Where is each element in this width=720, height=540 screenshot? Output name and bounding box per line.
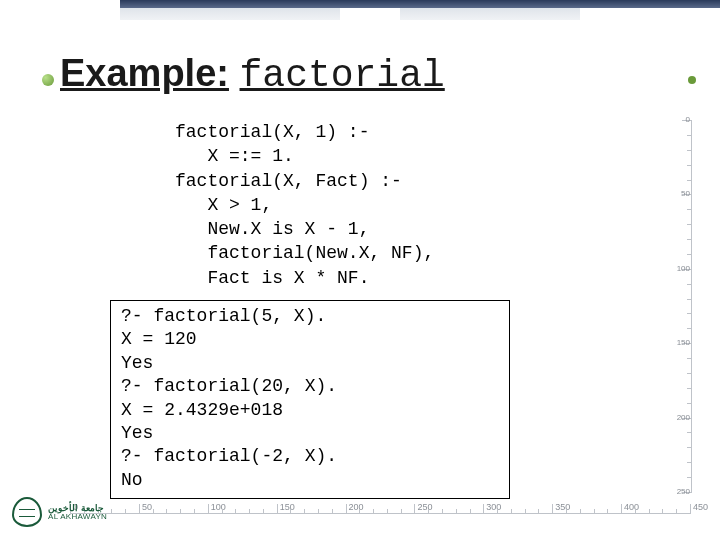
ruler-label: 250: [677, 488, 690, 495]
ruler-label: 150: [677, 340, 690, 347]
code-line: factorial(X, Fact) :-: [175, 171, 402, 191]
output-line: X = 120: [121, 329, 197, 349]
ruler-tick: [621, 504, 622, 514]
ruler-tick: [687, 135, 692, 136]
ruler-tick: [662, 509, 663, 514]
ruler-tick: [428, 509, 429, 514]
ruler-tick: [580, 509, 581, 514]
ruler-tick: [359, 509, 360, 514]
top-gradient-bar: [120, 0, 720, 8]
slide: Example: factorial factorial(X, 1) :- X …: [0, 0, 720, 540]
ruler-tick: [511, 509, 512, 514]
ruler-tick: [277, 504, 278, 514]
ruler-tick: [687, 432, 692, 433]
ruler-baseline: [691, 120, 692, 492]
ruler-tick: [552, 504, 553, 514]
code-line: New.X is X - 1,: [175, 219, 369, 239]
logo-english: AL AKHAWAYN: [48, 513, 107, 521]
ruler-tick: [594, 509, 595, 514]
ruler-label: 100: [211, 502, 226, 512]
slide-title: Example: factorial: [60, 52, 690, 103]
code-line: factorial(X, 1) :-: [175, 122, 369, 142]
ruler-tick: [525, 509, 526, 514]
ruler-tick: [208, 504, 209, 514]
ruler-label: 200: [349, 502, 364, 512]
ruler-tick: [346, 504, 347, 514]
ruler-label: 50: [681, 191, 690, 198]
ruler-tick: [687, 284, 692, 285]
ruler-tick: [414, 504, 415, 514]
ruler-label: 300: [486, 502, 501, 512]
ruler-tick: [687, 224, 692, 225]
output-line: X = 2.4329e+018: [121, 400, 283, 420]
ruler-tick: [687, 358, 692, 359]
ruler-tick: [687, 299, 692, 300]
ruler-tick: [180, 509, 181, 514]
output-line: Yes: [121, 423, 153, 443]
ruler-tick: [153, 509, 154, 514]
output-line: ?- factorial(5, X).: [121, 306, 326, 326]
code-line: X > 1,: [175, 195, 272, 215]
ruler-tick: [318, 509, 319, 514]
ruler-tick: [166, 509, 167, 514]
ruler-tick: [194, 509, 195, 514]
ruler-label: 250: [417, 502, 432, 512]
ruler-label: 200: [677, 414, 690, 421]
ruler-tick: [687, 373, 692, 374]
ruler-tick: [687, 462, 692, 463]
ruler-tick: [687, 239, 692, 240]
logo-text: جامعة الأخوين AL AKHAWAYN: [48, 504, 107, 521]
ruler-tick: [222, 509, 223, 514]
ruler-tick: [687, 209, 692, 210]
ruler-tick: [687, 254, 692, 255]
ruler-label: 450: [693, 502, 708, 512]
bullet-dot-icon: [42, 74, 54, 86]
title-text: Example:: [60, 52, 229, 94]
code-line: Fact is X * NF.: [175, 268, 369, 288]
output-line: Yes: [121, 353, 153, 373]
ruler-tick: [235, 509, 236, 514]
ruler-label: 100: [677, 265, 690, 272]
ruler-tick: [401, 509, 402, 514]
ruler-baseline: [70, 513, 690, 514]
top-block: [120, 8, 340, 20]
ruler-tick: [470, 509, 471, 514]
ruler-label: 400: [624, 502, 639, 512]
ruler-tick: [497, 509, 498, 514]
ruler-tick: [687, 403, 692, 404]
ruler-tick: [263, 509, 264, 514]
ruler-tick: [456, 509, 457, 514]
ruler-tick: [249, 509, 250, 514]
output-line: No: [121, 470, 143, 490]
ruler-tick: [687, 388, 692, 389]
ruler-tick: [373, 509, 374, 514]
ruler-label: 50: [142, 502, 152, 512]
university-logo: جامعة الأخوين AL AKHAWAYN: [12, 494, 142, 530]
title-code: factorial: [240, 54, 445, 97]
ruler-tick: [566, 509, 567, 514]
ruler-tick: [687, 180, 692, 181]
output-line: ?- factorial(20, X).: [121, 376, 337, 396]
query-output-box: ?- factorial(5, X). X = 120 Yes ?- facto…: [110, 300, 510, 499]
top-block: [400, 8, 580, 20]
ruler-tick: [304, 509, 305, 514]
ruler-tick: [687, 313, 692, 314]
top-decoration: [0, 0, 720, 50]
ruler-tick: [687, 477, 692, 478]
ruler-tick: [687, 447, 692, 448]
code-definition: factorial(X, 1) :- X =:= 1. factorial(X,…: [175, 120, 434, 290]
output-line: ?- factorial(-2, X).: [121, 446, 337, 466]
ruler-tick: [649, 509, 650, 514]
ruler-label: 350: [555, 502, 570, 512]
bullet-dot-icon: [688, 76, 696, 84]
ruler-tick: [332, 509, 333, 514]
ruler-tick: [290, 509, 291, 514]
ruler-tick: [442, 509, 443, 514]
ruler-label: 150: [280, 502, 295, 512]
ruler-tick: [538, 509, 539, 514]
ruler-tick: [635, 509, 636, 514]
ruler-tick: [687, 150, 692, 151]
ruler-tick: [387, 509, 388, 514]
ruler-tick: [483, 504, 484, 514]
ruler-tick: [687, 328, 692, 329]
